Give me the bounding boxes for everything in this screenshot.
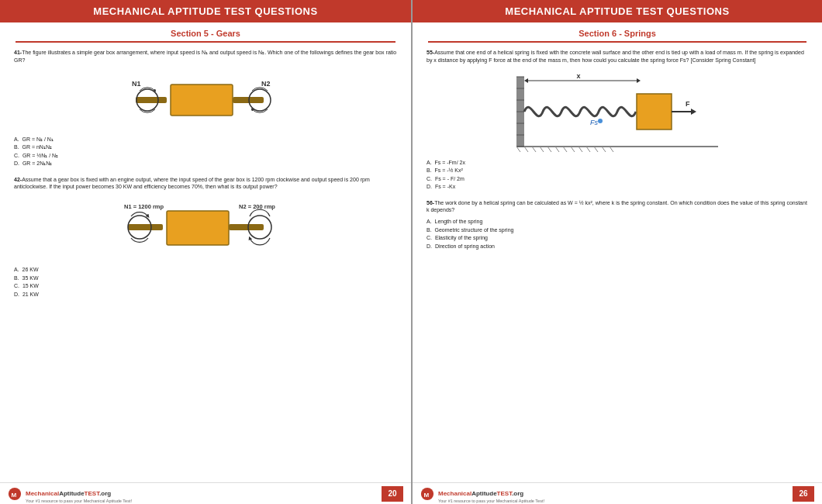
page1-footer-logo: M MechanicalAptitudeTEST.org Your #1 res… bbox=[8, 485, 132, 503]
q55-b: B. Fs = -½ Kx² bbox=[427, 167, 808, 175]
q41-a: A. GR = N₂ / N₁ bbox=[14, 136, 397, 144]
footer-logo-text-2: MechanicalAptitudeTEST.org bbox=[438, 490, 523, 497]
svg-point-29 bbox=[598, 119, 603, 123]
page1-header: MECHANICAL APTITUDE TEST QUESTIONS bbox=[0, 0, 411, 22]
svg-rect-4 bbox=[233, 97, 264, 103]
svg-rect-7 bbox=[128, 224, 163, 230]
svg-text:F: F bbox=[686, 100, 690, 108]
q42-a: A. 26 KW bbox=[14, 266, 397, 274]
footer-logo-text: MechanicalAptitudeTEST.org bbox=[26, 490, 111, 497]
svg-text:N2: N2 bbox=[261, 80, 271, 88]
q42-d: D. 21 KW bbox=[14, 291, 397, 299]
q55-a: A. Fs = -Fm/ 2x bbox=[427, 159, 808, 167]
q55-d: D. Fs = -Kx bbox=[427, 183, 808, 192]
footer-logo-sub: Your #1 resource to pass your Mechanical… bbox=[26, 499, 132, 503]
svg-text:N1 = 1200 rmp: N1 = 1200 rmp bbox=[124, 203, 164, 210]
q55-answers: A. Fs = -Fm/ 2x B. Fs = -½ Kx² C. Fs = -… bbox=[427, 159, 808, 192]
svg-rect-3 bbox=[171, 85, 233, 116]
page2-header: MECHANICAL APTITUDE TEST QUESTIONS bbox=[413, 0, 822, 22]
page2-number: 26 bbox=[793, 486, 814, 502]
svg-rect-11 bbox=[229, 224, 264, 230]
question-41: 41-The figure illustrates a simple gear … bbox=[14, 49, 397, 168]
svg-marker-26 bbox=[637, 78, 641, 83]
q56-a: A. Length of the spring bbox=[427, 218, 808, 226]
logo-icon: M bbox=[8, 487, 22, 501]
q41-answers: A. GR = N₂ / N₁ B. GR = nN₁N₂ C. GR = ½N… bbox=[14, 136, 397, 168]
q41-diagram: N1 N2 bbox=[14, 69, 397, 131]
q56-text: 56-The work done by a helical spring can… bbox=[427, 199, 808, 215]
question-42: 42-Assume that a gear box is fixed with … bbox=[14, 176, 397, 299]
q42-b: B. 35 KW bbox=[14, 274, 397, 283]
page2-section-title: Section 6 - Springs bbox=[428, 22, 806, 43]
svg-text:N1: N1 bbox=[132, 80, 141, 88]
svg-rect-0 bbox=[136, 97, 167, 103]
footer-logo-sub-2: Your #1 resource to pass your Mechanical… bbox=[438, 499, 544, 503]
q42-diagram: N1 = 1200 rmp N2 = 200 rmp bbox=[14, 195, 397, 261]
svg-text:M: M bbox=[424, 491, 430, 498]
q41-d: D. GR = 2N₁N₂ bbox=[14, 160, 397, 168]
q56-answers: A. Length of the spring B. Geometric str… bbox=[427, 218, 808, 250]
page2-content: 55-Assume that one end of a helical spri… bbox=[413, 43, 822, 504]
logo-icon-2: M bbox=[420, 487, 434, 501]
q42-answers: A. 26 KW B. 35 KW C. 15 KW D. 21 KW bbox=[14, 266, 397, 299]
q56-d: D. Direction of spring action bbox=[427, 243, 808, 251]
q55-c: C. Fs = - F/ 2m bbox=[427, 175, 808, 184]
q56-b: B. Geometric structure of the spring bbox=[427, 226, 808, 235]
page2-footer-logo: M MechanicalAptitudeTEST.org Your #1 res… bbox=[420, 485, 544, 503]
q55-text: 55-Assume that one end of a helical spri… bbox=[427, 49, 808, 64]
q41-b: B. GR = nN₁N₂ bbox=[14, 143, 397, 152]
question-55: 55-Assume that one end of a helical spri… bbox=[427, 49, 808, 192]
svg-text:x: x bbox=[576, 72, 580, 80]
page1-number: 20 bbox=[382, 486, 403, 502]
page1-footer: M MechanicalAptitudeTEST.org Your #1 res… bbox=[0, 482, 411, 504]
svg-text:Fs: Fs bbox=[590, 119, 598, 126]
svg-rect-30 bbox=[637, 94, 672, 129]
question-56: 56-The work done by a helical spring can… bbox=[427, 199, 808, 251]
page-2: MECHANICAL APTITUDE TEST QUESTIONS Secti… bbox=[411, 0, 822, 504]
q42-c: C. 15 KW bbox=[14, 282, 397, 291]
svg-marker-25 bbox=[524, 78, 528, 83]
page-1: MECHANICAL APTITUDE TEST QUESTIONS Secti… bbox=[0, 0, 411, 504]
q55-diagram: x Fs F bbox=[427, 69, 808, 154]
q41-text: 41-The figure illustrates a simple gear … bbox=[14, 49, 397, 64]
svg-text:N2 = 200 rmp: N2 = 200 rmp bbox=[239, 203, 275, 210]
q42-text: 42-Assume that a gear box is fixed with … bbox=[14, 176, 397, 192]
svg-marker-32 bbox=[691, 109, 696, 115]
svg-text:M: M bbox=[12, 491, 17, 498]
q41-c: C. GR = ½N₁ / N₂ bbox=[14, 152, 397, 161]
page2-footer: M MechanicalAptitudeTEST.org Your #1 res… bbox=[413, 482, 822, 504]
q56-c: C. Elasticity of the spring bbox=[427, 234, 808, 243]
svg-rect-10 bbox=[167, 211, 229, 245]
page1-section-title: Section 5 - Gears bbox=[16, 22, 395, 43]
page1-content: 41-The figure illustrates a simple gear … bbox=[0, 43, 411, 504]
